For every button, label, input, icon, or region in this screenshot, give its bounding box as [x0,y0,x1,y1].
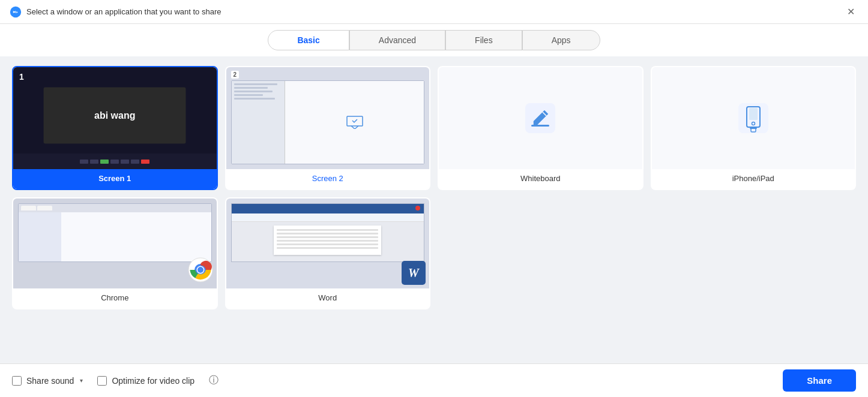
word-header-bar [232,204,424,213]
svg-point-12 [197,267,203,273]
word-logo-container: W [402,261,426,285]
word-text-line [277,240,378,242]
word-text-line [277,236,378,238]
close-button[interactable]: ✕ [843,6,858,18]
whiteboard-pencil-icon [523,101,558,136]
toolbar-item-3 [110,160,119,164]
iphone-label: iPhone/iPad [652,169,855,189]
word-ribbon [232,213,424,222]
title-text: Select a window or an application that y… [26,7,221,16]
screen2-main [285,81,424,164]
iphone-icon-wrap [736,101,771,136]
share-sound-dropdown-icon[interactable]: ▾ [80,377,83,384]
word-close-dot [415,206,420,210]
word-thumb: W [226,198,430,288]
toolbar-item-1 [80,160,88,164]
bottom-bar: Share sound ▾ Optimize for video clip ⓘ … [0,363,868,397]
toolbar-item-green [100,160,109,164]
toolbar-item-red [141,160,149,164]
bottom-left: Share sound ▾ Optimize for video clip ⓘ [12,374,219,387]
svg-rect-3 [531,125,549,127]
word-text-line [277,243,378,245]
title-bar: Select a window or an application that y… [0,0,868,24]
screen2-sidebar [232,81,286,164]
optimize-label: Optimize for video clip [112,376,194,386]
whiteboard-card[interactable]: Whiteboard [438,66,643,190]
word-text-line [277,233,378,234]
tab-basic[interactable]: Basic [268,30,349,50]
optimize-checkbox[interactable]: Optimize for video clip [97,376,194,386]
screen2-card[interactable]: 2 [225,66,431,190]
word-window [231,203,425,262]
optimize-input[interactable] [97,376,107,386]
s2-line [234,87,268,89]
chrome-content [61,212,211,261]
card-row-2: Chrome [12,197,856,309]
word-card[interactable]: W Word [225,197,431,309]
zoom-logo-icon [10,6,22,18]
s2-line [234,83,278,85]
word-logo-icon: W [402,261,426,285]
whiteboard-icon-area [439,67,642,169]
toolbar-item-4 [121,160,129,164]
card-row-1: 1 abi wang Screen 1 2 [12,66,856,190]
iphone-icon-area [652,67,855,169]
screen1-badge: 1 [19,72,24,82]
whiteboard-label: Whiteboard [439,169,642,189]
tab-files[interactable]: Files [445,30,522,50]
word-text-line [277,229,378,231]
chrome-tab-mini [37,206,52,210]
chrome-thumb [13,198,217,288]
chrome-sidebar [19,212,61,261]
tab-apps[interactable]: Apps [522,30,600,50]
word-text-line [277,247,378,249]
share-sound-input[interactable] [12,376,22,386]
chrome-logo-icon [188,257,213,282]
screen1-label: Screen 1 [13,169,217,189]
chrome-window [18,203,212,262]
iphone-card[interactable]: iPhone/iPad [651,66,857,190]
iphone-icon [736,101,771,136]
word-label: Word [226,288,430,308]
content-grid: 1 abi wang Screen 1 2 [0,56,868,363]
share-button[interactable]: Share [783,369,856,392]
title-bar-left: Select a window or an application that y… [10,6,221,18]
tab-bar: Basic Advanced Files Apps [0,24,868,56]
chrome-label: Chrome [13,288,217,308]
chrome-logo-container [188,257,213,285]
screen1-toolbar [13,154,217,169]
screen1-thumb: 1 abi wang [13,67,217,169]
help-icon[interactable]: ⓘ [209,374,219,387]
svg-rect-6 [749,108,758,120]
s2-line [234,94,263,96]
screen2-label: Screen 2 [226,169,430,189]
chrome-body [19,212,211,261]
whiteboard-icon-wrap [523,101,558,136]
share-sound-label: Share sound [26,376,74,386]
chrome-tab-mini [21,206,36,210]
chrome-card[interactable]: Chrome [12,197,218,309]
chrome-topbar [19,204,211,212]
screen2-window [231,80,425,164]
screen2-badge: 2 [231,71,240,79]
toolbar-item-2 [90,160,98,164]
word-doc-area [232,222,424,261]
s2-line [234,98,276,100]
toolbar-item-5 [131,160,139,164]
screen1-card[interactable]: 1 abi wang Screen 1 [12,66,218,190]
screen1-preview-center: abi wang [44,88,186,144]
tab-advanced[interactable]: Advanced [349,30,445,50]
s2-line [234,91,273,92]
share-sound-checkbox[interactable]: Share sound ▾ [12,376,83,386]
word-page [274,225,381,255]
screen1-user-name: abi wang [94,110,135,121]
screen2-thumb: 2 [226,67,430,169]
